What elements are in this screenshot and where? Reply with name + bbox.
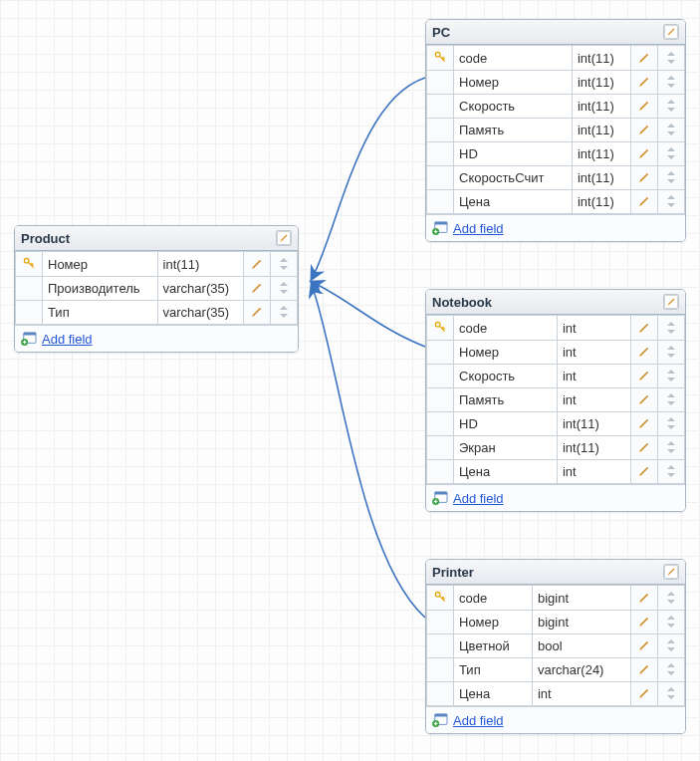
primary-key-icon [432,49,448,65]
edit-column-icon[interactable] [636,391,652,407]
table-row[interactable]: codeint [427,316,685,341]
reorder-column-icon[interactable] [663,637,679,653]
reorder-column-icon[interactable] [663,439,679,455]
table-row[interactable]: СкоростьСчитint(11) [427,166,685,190]
entity-header[interactable]: Printer [426,560,685,585]
column-type: int [557,365,630,388]
table-row[interactable]: Типvarchar(24) [427,658,685,682]
column-name: Номер [43,252,158,277]
entity-title: Notebook [432,295,663,310]
column-name: code [454,316,558,341]
table-row[interactable]: Ценаint [427,682,685,706]
edit-column-icon[interactable] [636,193,652,209]
reorder-column-icon[interactable] [276,304,292,320]
reorder-column-icon[interactable] [663,463,679,479]
reorder-column-icon[interactable] [663,590,679,606]
entity-notebook[interactable]: NotebookcodeintНомерintСкоростьintПамять… [425,289,686,512]
entity-header[interactable]: PC [426,20,685,45]
table-row[interactable]: Памятьint(11) [427,119,685,142]
table-row[interactable]: Скоростьint(11) [427,95,685,119]
column-name: Номер [454,341,558,365]
reorder-column-icon[interactable] [276,256,292,272]
edit-entity-icon[interactable] [663,24,679,40]
add-field-row[interactable]: Add field [426,214,685,241]
diagram-canvas[interactable]: ProductНомерint(11)Производительvarchar(… [0,0,700,761]
svg-point-6 [435,52,440,57]
table-row[interactable]: Номерbigint [427,611,685,634]
reorder-column-icon[interactable] [663,614,679,630]
add-field-link[interactable]: Add field [453,491,504,506]
table-row[interactable]: Номерint(11) [427,71,685,95]
add-field-row[interactable]: Add field [426,484,685,511]
edit-column-icon[interactable] [636,344,652,360]
table-row[interactable]: HDint(11) [427,412,685,436]
edit-column-icon[interactable] [249,280,265,296]
reorder-column-icon[interactable] [663,685,679,701]
edit-column-icon[interactable] [636,98,652,114]
column-type: int(11) [157,252,243,277]
entity-header[interactable]: Product [15,226,298,251]
entity-product[interactable]: ProductНомерint(11)Производительvarchar(… [14,225,299,353]
table-row[interactable]: codeint(11) [427,46,685,71]
table-row[interactable]: Памятьint [427,388,685,412]
edit-column-icon[interactable] [636,614,652,630]
column-name: HD [454,412,558,436]
table-row[interactable]: Экранint(11) [427,436,685,460]
table-row[interactable]: HDint(11) [427,142,685,166]
reorder-column-icon[interactable] [663,50,679,66]
edit-column-icon[interactable] [249,256,265,272]
reorder-column-icon[interactable] [663,661,679,677]
table-row[interactable]: Скоростьint [427,365,685,388]
edit-column-icon[interactable] [636,637,652,653]
reorder-column-icon[interactable] [663,415,679,431]
reorder-column-icon[interactable] [663,98,679,114]
add-field-link[interactable]: Add field [453,713,504,728]
edit-column-icon[interactable] [636,463,652,479]
table-row[interactable]: codebigint [427,586,685,611]
add-field-row[interactable]: Add field [15,325,298,352]
reorder-column-icon[interactable] [276,280,292,296]
edit-column-icon[interactable] [636,661,652,677]
edit-column-icon[interactable] [636,145,652,161]
edit-column-icon[interactable] [636,439,652,455]
table-row[interactable]: Производительvarchar(35) [16,277,298,301]
columns-table: codebigintНомерbigintЦветнойboolТипvarch… [426,585,685,706]
table-row[interactable]: Ценаint(11) [427,190,685,214]
edit-column-icon[interactable] [636,368,652,383]
add-field-link[interactable]: Add field [453,221,504,236]
table-row[interactable]: Цветнойbool [427,634,685,658]
reorder-column-icon[interactable] [663,344,679,360]
edit-column-icon[interactable] [636,74,652,90]
reorder-column-icon[interactable] [663,74,679,90]
edit-column-icon[interactable] [636,50,652,66]
table-row[interactable]: Номерint(11) [16,252,298,277]
column-name: Цена [454,460,558,484]
reorder-column-icon[interactable] [663,368,679,383]
reorder-column-icon[interactable] [663,122,679,137]
entity-pc[interactable]: PCcodeint(11)Номерint(11)Скоростьint(11)… [425,19,686,242]
entity-header[interactable]: Notebook [426,290,685,315]
reorder-column-icon[interactable] [663,145,679,161]
add-field-icon [432,220,448,236]
edit-column-icon[interactable] [636,169,652,185]
entity-printer[interactable]: PrintercodebigintНомерbigintЦветнойboolТ… [425,559,686,734]
edit-column-icon[interactable] [636,590,652,606]
edit-entity-icon[interactable] [663,294,679,310]
edit-column-icon[interactable] [636,685,652,701]
edit-column-icon[interactable] [249,304,265,320]
edit-entity-icon[interactable] [276,230,292,246]
table-row[interactable]: Ценаint [427,460,685,484]
reorder-column-icon[interactable] [663,169,679,185]
svg-rect-8 [435,222,447,225]
add-field-row[interactable]: Add field [426,706,685,733]
reorder-column-icon[interactable] [663,193,679,209]
table-row[interactable]: Номерint [427,341,685,365]
edit-column-icon[interactable] [636,320,652,336]
reorder-column-icon[interactable] [663,391,679,407]
edit-column-icon[interactable] [636,415,652,431]
edit-entity-icon[interactable] [663,564,679,580]
add-field-link[interactable]: Add field [42,332,93,347]
reorder-column-icon[interactable] [663,320,679,336]
table-row[interactable]: Типvarchar(35) [16,301,298,325]
edit-column-icon[interactable] [636,122,652,137]
